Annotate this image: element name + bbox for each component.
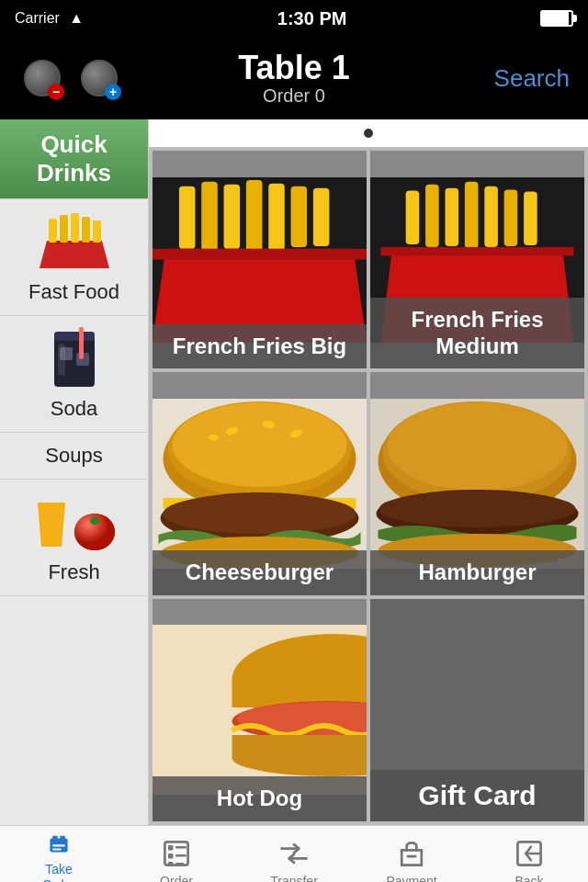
svg-rect-25: [268, 183, 285, 250]
svg-point-19: [90, 517, 99, 525]
back-icon: [513, 837, 546, 870]
svg-rect-34: [465, 182, 479, 248]
hamburger-label: Hamburger: [370, 550, 584, 595]
svg-rect-69: [52, 844, 65, 846]
pagination-dots: [149, 119, 588, 147]
svg-rect-14: [58, 344, 65, 376]
sidebar-item-quick-drinks[interactable]: Quick Drinks: [0, 119, 148, 199]
svg-rect-68: [60, 836, 64, 841]
status-bar: Carrier ▲ 1:30 PM: [0, 0, 588, 37]
svg-rect-75: [175, 846, 187, 849]
menu-grid: French Fries Big: [149, 147, 588, 825]
svg-rect-7: [82, 217, 90, 243]
svg-rect-5: [60, 215, 68, 243]
menu-item-hot-dog[interactable]: Hot Dog: [153, 599, 367, 821]
svg-rect-77: [175, 863, 184, 865]
soda-icon: [24, 327, 125, 391]
sidebar-item-fast-food[interactable]: Fast Food: [0, 199, 148, 316]
svg-rect-10: [54, 332, 95, 341]
menu-item-gift-card[interactable]: Gift Card: [370, 599, 584, 821]
menu-item-french-fries-big[interactable]: French Fries Big: [153, 151, 367, 368]
svg-rect-73: [168, 854, 173, 858]
svg-rect-71: [164, 842, 187, 865]
tab-back[interactable]: Back: [470, 826, 588, 882]
carrier-wifi: Carrier ▲: [15, 10, 84, 27]
zoom-in-button[interactable]: +: [75, 54, 123, 102]
svg-rect-31: [406, 190, 420, 243]
svg-rect-37: [524, 191, 537, 244]
tab-back-label: Back: [514, 874, 543, 882]
search-button[interactable]: Search: [494, 64, 570, 93]
tab-take-order-label: TakeOrder: [42, 862, 75, 882]
svg-point-57: [379, 491, 576, 527]
svg-rect-74: [168, 862, 173, 865]
fast-food-icon: [24, 210, 125, 275]
tab-transfer-label: Transfer: [270, 874, 318, 882]
sidebar-label-soups: Soups: [7, 444, 141, 468]
sidebar-label-soda: Soda: [7, 397, 141, 421]
french-fries-big-label: French Fries Big: [153, 324, 367, 369]
svg-rect-22: [201, 182, 218, 254]
hot-dog-label: Hot Dog: [153, 776, 367, 821]
svg-point-55: [388, 402, 568, 491]
svg-marker-16: [38, 503, 65, 547]
order-icon: [160, 837, 193, 870]
svg-marker-0: [40, 241, 109, 268]
fresh-icon: [24, 491, 125, 555]
pagination-dot: [364, 129, 373, 138]
svg-point-50: [164, 493, 356, 534]
take-order-icon: [42, 833, 75, 858]
svg-rect-80: [407, 855, 417, 858]
zoom-controls: − +: [18, 54, 123, 102]
sidebar-label-quick-drinks: Quick Drinks: [7, 130, 141, 187]
tab-bar: TakeOrder Order Transfer: [0, 825, 588, 882]
tab-take-order[interactable]: TakeOrder: [0, 826, 118, 882]
tab-payment[interactable]: Payment: [353, 826, 470, 882]
tab-order-label: Order: [160, 874, 193, 882]
svg-point-43: [173, 402, 347, 487]
zoom-out-button[interactable]: −: [18, 54, 66, 102]
payment-icon: [395, 837, 428, 870]
zoom-plus-icon: +: [105, 84, 121, 100]
french-fries-medium-label: French Fries Medium: [370, 298, 584, 369]
svg-rect-6: [71, 213, 79, 243]
tab-order[interactable]: Order: [118, 826, 235, 882]
menu-item-french-fries-medium[interactable]: French Fries Medium: [370, 151, 584, 368]
category-sidebar: Quick Drinks Fast Food: [0, 119, 149, 825]
transfer-icon: [277, 837, 311, 870]
time-display: 1:30 PM: [277, 8, 347, 29]
sidebar-item-soups[interactable]: Soups: [0, 433, 148, 480]
svg-rect-29: [153, 248, 367, 259]
sidebar-item-fresh[interactable]: Fresh: [0, 480, 148, 596]
svg-rect-27: [313, 187, 330, 245]
order-subtitle: Order 0: [238, 85, 349, 107]
svg-rect-36: [504, 189, 518, 245]
menu-grid-area: French Fries Big: [149, 119, 588, 825]
svg-rect-24: [246, 180, 263, 254]
page-title: Table 1: [238, 50, 349, 86]
sidebar-item-soda[interactable]: Soda: [0, 316, 148, 433]
svg-rect-72: [168, 845, 173, 850]
svg-rect-26: [291, 186, 308, 246]
svg-rect-39: [380, 247, 573, 256]
svg-rect-70: [52, 848, 62, 850]
tab-transfer[interactable]: Transfer: [235, 826, 353, 882]
sidebar-label-fresh: Fresh: [7, 560, 141, 584]
cheeseburger-label: Cheeseburger: [153, 550, 367, 595]
gift-card-label: Gift Card: [370, 770, 584, 821]
battery-icon: [540, 10, 573, 27]
svg-rect-13: [79, 327, 84, 359]
svg-rect-23: [224, 184, 241, 248]
zoom-minus-icon: −: [48, 84, 64, 100]
svg-rect-32: [425, 184, 439, 246]
svg-rect-4: [49, 219, 57, 243]
menu-item-cheeseburger[interactable]: Cheeseburger: [153, 372, 367, 594]
svg-rect-67: [52, 836, 57, 841]
tab-payment-label: Payment: [386, 874, 436, 882]
svg-rect-8: [93, 220, 101, 243]
menu-item-hamburger[interactable]: Hamburger: [370, 372, 584, 594]
svg-rect-35: [484, 186, 498, 246]
main-content: Quick Drinks Fast Food: [0, 119, 588, 825]
header-center: Table 1 Order 0: [238, 50, 349, 107]
header: − + Table 1 Order 0 Search: [0, 37, 588, 119]
